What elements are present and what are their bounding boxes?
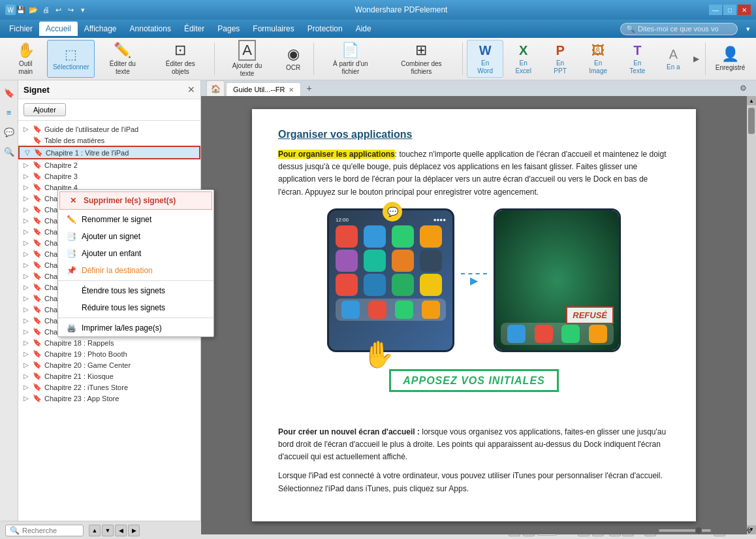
signet-item-ch20[interactable]: ▷ 🔖 Chapitre 20 : Game Center (18, 359, 200, 370)
menu-fichier[interactable]: Fichier (3, 22, 39, 36)
menu-search[interactable]: 🔍 (620, 23, 738, 35)
add-signet-button[interactable]: Ajouter (24, 103, 66, 116)
ctx-delete[interactable]: ✕ Supprimer le(s) signet(s) (59, 191, 212, 210)
to-image-button[interactable]: 🖼 En Image (578, 40, 618, 78)
expand-icon: ▷ (24, 125, 30, 133)
to-text-button[interactable]: T En Texte (619, 40, 655, 78)
menu-pages[interactable]: Pages (211, 22, 246, 36)
search-down-button[interactable]: ▼ (102, 525, 114, 536)
expand-icon: ▷ (24, 350, 30, 357)
signet-item-ch18[interactable]: ▷ 🔖 Chapitre 18 : Rappels (18, 337, 200, 348)
ctx-add-bookmark[interactable]: 📑 Ajouter un signet (58, 228, 213, 245)
ctx-expand-all[interactable]: Étendre tous les signets (58, 282, 213, 299)
scroll-thumb[interactable] (748, 108, 755, 134)
search-prev-button[interactable]: ◀ (115, 525, 127, 536)
ctx-collapse-all[interactable]: Réduire tous les signets (58, 299, 213, 316)
signet-item-ch1[interactable]: ▽ 🔖 Chapitre 1 : Vitre de l'iPad (18, 146, 200, 159)
ctx-rename[interactable]: ✏️ Renommer le signet (58, 211, 213, 228)
search-input-status[interactable] (22, 527, 74, 534)
pdf-home-tab[interactable]: 🏠 (206, 80, 225, 96)
sep2 (313, 42, 314, 75)
menu-expand-btn[interactable]: ▾ (743, 24, 753, 34)
sidebar-search-icon[interactable]: 🔍 (2, 144, 16, 159)
pdf-tab-close[interactable]: ✕ (289, 86, 294, 93)
ocr-button[interactable]: ◉ OCR (277, 40, 309, 78)
bookmark-icon: 🔖 (33, 305, 42, 314)
signet-item-ch3[interactable]: ▷ 🔖 Chapitre 3 (18, 171, 200, 182)
expand-icon: ▷ (24, 261, 30, 269)
search-up-button[interactable]: ▲ (89, 525, 101, 536)
qa-open[interactable]: 📂 (28, 5, 39, 15)
edit-objects-button[interactable]: ⊡ Éditer des objets (151, 40, 210, 78)
toolbar-expand[interactable]: ▶ (691, 40, 701, 78)
signet-item-ch21[interactable]: ▷ 🔖 Chapitre 21 : Kiosque (18, 370, 200, 382)
signet-item-ch19[interactable]: ▷ 🔖 Chapitre 19 : Photo Booth (18, 348, 200, 359)
search-box[interactable]: 🔍 (5, 525, 84, 536)
pdf-content[interactable]: Organiser vos applications Pour organise… (201, 96, 747, 534)
menu-editer[interactable]: Éditer (178, 22, 211, 36)
menu-aide[interactable]: Aide (349, 22, 378, 36)
from-file-button[interactable]: 📄 À partir d'un fichier (318, 40, 383, 78)
qa-save[interactable]: 💾 (16, 5, 26, 15)
ctx-set-dest[interactable]: 📌 Définir la destination (58, 262, 213, 279)
to-excel-button[interactable]: X En Excel (505, 40, 542, 78)
menu-annotations[interactable]: Annotations (123, 22, 178, 36)
menu-accueil[interactable]: Accueil (39, 22, 78, 36)
select-label: Sélectionner (53, 63, 89, 71)
signet-item-toc[interactable]: 🔖 Table des matières (18, 135, 200, 146)
qa-more[interactable]: ▾ (78, 5, 88, 15)
sidebar-layers-icon[interactable]: ≡ (2, 105, 16, 120)
pdf-tab-main[interactable]: Guide Util...--FR ✕ (226, 82, 301, 96)
expand-icon: ▷ (24, 250, 30, 257)
scroll-up-button[interactable]: ▲ (747, 96, 756, 105)
search-next-button[interactable]: ▶ (128, 525, 140, 536)
to-image-label: En Image (584, 59, 612, 75)
combine-button[interactable]: ⊞ Combiner des fichiers (385, 40, 458, 78)
menu-search-input[interactable] (638, 25, 732, 33)
bookmark-icon: 🔖 (33, 394, 42, 402)
signet-item-guide[interactable]: ▷ 🔖 Guide de l'utilisateur de l'iPad (18, 123, 200, 135)
signet-close-button[interactable]: ✕ (187, 84, 195, 95)
menu-affichage[interactable]: Affichage (78, 22, 123, 36)
signet-label: Chapitre 1 : Vitre de l'iPad (46, 149, 129, 157)
pdf-settings-button[interactable]: ⚙ (735, 80, 751, 96)
ctx-add-child[interactable]: 📑 Ajouter un enfant (58, 245, 213, 262)
edit-text-button[interactable]: ✏️ Éditer du texte (96, 40, 150, 78)
close-button[interactable]: ✕ (738, 5, 751, 15)
sidebar-comment-icon[interactable]: 💬 (2, 125, 16, 139)
qa-undo[interactable]: ↩ (53, 5, 63, 15)
signet-item-ch22[interactable]: ▷ 🔖 Chapitre 22 : iTunes Store (18, 382, 200, 393)
to-a-button[interactable]: A En a (657, 40, 689, 78)
expand-icon: ▷ (24, 339, 30, 346)
to-ppt-button[interactable]: P En PPT (543, 40, 577, 78)
select-button[interactable]: ⬚ Sélectionner (47, 40, 95, 78)
main-layout: 🔖 ≡ 💬 🔍 Signet ✕ Ajouter ▷ 🔖 Guide de l'… (0, 80, 756, 521)
qa-redo[interactable]: ↪ (65, 5, 76, 15)
restore-button[interactable]: □ (723, 5, 736, 15)
bookmark-icon: 🔖 (33, 172, 42, 180)
zoom-slider[interactable] (659, 529, 711, 532)
sep4 (705, 42, 706, 75)
add-text-button[interactable]: A Ajouter du texte (219, 40, 276, 78)
pdf-scrollbar[interactable]: ▲ ▼ (747, 96, 756, 534)
menu-protection[interactable]: Protection (301, 22, 349, 36)
bookmark-icon: 🔖 (33, 338, 42, 347)
para1: Pour organiser les applications: touchez… (278, 148, 670, 199)
pdf-add-tab[interactable]: + (302, 82, 315, 95)
expand-icon: ▷ (24, 284, 30, 291)
register-button[interactable]: 👤 Enregistré (710, 40, 751, 78)
expand-icon: ▷ (24, 195, 30, 202)
sidebar-bookmark-icon[interactable]: 🔖 (2, 86, 16, 100)
ctx-print[interactable]: 🖨️ Imprimer la/les page(s) (58, 319, 213, 336)
expand-icon: ▽ (25, 149, 31, 156)
menu-formulaires[interactable]: Formulaires (246, 22, 300, 36)
signet-label: Chapitre 21 : Kiosque (44, 372, 114, 380)
qa-print[interactable]: 🖨 (40, 5, 51, 15)
tool-main-button[interactable]: ✋ Outil main (5, 40, 46, 78)
para2-bold: Pour créer un nouvel écran d'accueil : (278, 427, 420, 436)
signet-item-ch2[interactable]: ▷ 🔖 Chapitre 2 (18, 159, 200, 171)
signet-item-ch23[interactable]: ▷ 🔖 Chapitre 23 : App Store (18, 393, 200, 404)
highlight-span: Pour organiser les applications (278, 150, 395, 159)
to-word-button[interactable]: W En Word (467, 40, 503, 78)
minimize-button[interactable]: — (709, 5, 722, 15)
